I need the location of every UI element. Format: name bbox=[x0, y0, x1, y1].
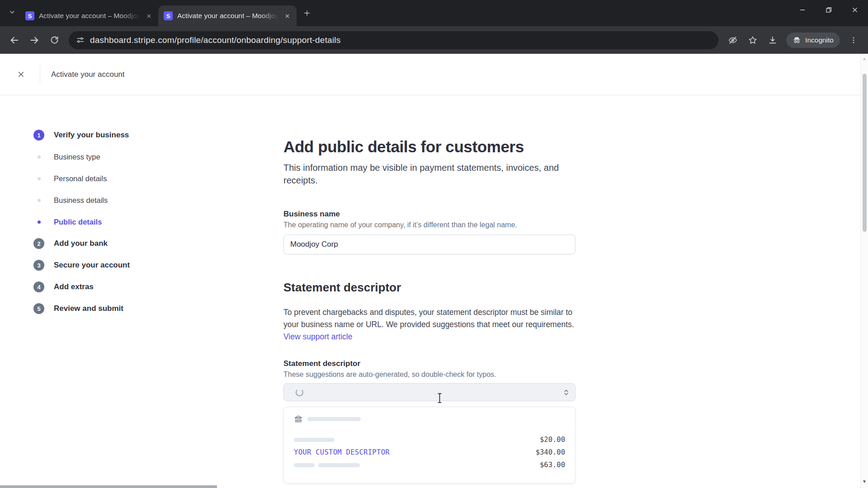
statement-descriptor-select[interactable] bbox=[283, 383, 576, 401]
step-5-badge: 5 bbox=[33, 303, 44, 314]
page-scrollbar[interactable]: ▲ ▼ bbox=[860, 54, 868, 488]
incognito-badge: Incognito bbox=[786, 33, 840, 48]
tab-search-button[interactable] bbox=[5, 5, 20, 21]
placeholder-bar bbox=[307, 417, 361, 421]
step-add-your-bank[interactable]: 2 Add your bank bbox=[33, 233, 130, 254]
window-controls bbox=[789, 0, 868, 20]
page-title: Add public details for customers bbox=[283, 138, 576, 156]
video-progress-bar bbox=[0, 485, 217, 488]
new-tab-button[interactable] bbox=[299, 5, 315, 21]
browser-tab-2[interactable]: S Activate your account – Moodjoy bbox=[158, 5, 297, 26]
main-content: Add public details for customers This in… bbox=[283, 138, 576, 483]
substep-dot-active bbox=[38, 221, 41, 224]
substep-label: Public details bbox=[54, 218, 102, 226]
onboarding-header: Activate your account bbox=[0, 54, 868, 95]
step-label: Add your bank bbox=[54, 239, 108, 248]
restore-icon bbox=[826, 7, 832, 13]
unfold-chevrons-icon bbox=[563, 389, 570, 396]
incognito-icon bbox=[793, 36, 801, 44]
statement-descriptor-field: Statement descriptor These suggestions a… bbox=[283, 359, 576, 401]
tab-title: Activate your account – Moodjoy bbox=[39, 12, 140, 20]
browser-tab-1[interactable]: S Activate your account – Moodjoy bbox=[20, 5, 158, 26]
browser-tabstrip: S Activate your account – Moodjoy S Acti… bbox=[0, 0, 868, 26]
minimize-button[interactable] bbox=[789, 0, 816, 20]
maximize-button[interactable] bbox=[816, 0, 842, 20]
statement-amount: $63.00 bbox=[540, 461, 565, 469]
statement-preview-card: $20.00 YOUR CUSTOM DESCRIPTOR $340.00 $6… bbox=[283, 407, 576, 483]
step-secure-your-account[interactable]: 3 Secure your account bbox=[33, 254, 130, 276]
statement-row-custom: YOUR CUSTOM DESCRIPTOR $340.00 bbox=[294, 446, 565, 459]
minimize-icon bbox=[799, 7, 806, 13]
bank-icon bbox=[294, 414, 303, 423]
substep-label: Business type bbox=[54, 153, 100, 161]
reload-button[interactable] bbox=[45, 31, 63, 49]
scroll-down-icon[interactable]: ▼ bbox=[861, 479, 868, 484]
substep-personal-details[interactable]: Personal details bbox=[33, 168, 130, 189]
view-support-article-link[interactable]: View support article bbox=[283, 332, 352, 341]
statement-amount: $20.00 bbox=[540, 436, 565, 444]
business-name-input[interactable] bbox=[283, 235, 576, 254]
loading-spinner-icon bbox=[296, 389, 303, 396]
step-3-badge: 3 bbox=[33, 260, 44, 271]
visibility-off-button[interactable] bbox=[724, 31, 742, 49]
chevron-down-icon bbox=[9, 9, 16, 18]
step-1-badge: 1 bbox=[33, 130, 44, 141]
close-icon bbox=[852, 7, 858, 13]
stripe-onboarding-page: Activate your account 1 Verify your busi… bbox=[0, 54, 868, 488]
address-bar[interactable]: dashboard.stripe.com/profile/account/onb… bbox=[69, 31, 718, 49]
statement-descriptor-description: To prevent chargebacks and disputes, you… bbox=[283, 306, 576, 343]
substep-label: Business details bbox=[54, 196, 108, 205]
bookmark-button[interactable] bbox=[744, 31, 762, 49]
substep-public-details[interactable]: Public details bbox=[33, 211, 130, 233]
substep-business-type[interactable]: Business type bbox=[33, 146, 130, 168]
reload-icon bbox=[50, 35, 59, 45]
bank-statement-header bbox=[294, 414, 565, 423]
step-label: Review and submit bbox=[54, 304, 123, 313]
tab-close-icon[interactable] bbox=[283, 12, 291, 20]
close-window-button[interactable] bbox=[842, 0, 868, 20]
step-label: Verify your business bbox=[54, 131, 129, 140]
substep-dot bbox=[38, 155, 41, 159]
browser-toolbar: dashboard.stripe.com/profile/account/onb… bbox=[0, 26, 868, 54]
close-onboarding-button[interactable] bbox=[13, 66, 29, 83]
step-verify-your-business[interactable]: 1 Verify your business bbox=[33, 124, 130, 146]
business-name-label: Business name bbox=[283, 210, 576, 219]
step-4-badge: 4 bbox=[33, 282, 44, 292]
placeholder-bars bbox=[294, 463, 360, 467]
step-2-badge: 2 bbox=[33, 238, 44, 249]
kebab-menu-icon bbox=[849, 36, 858, 44]
downloads-button[interactable] bbox=[764, 31, 782, 49]
forward-arrow-icon bbox=[29, 35, 39, 45]
placeholder-bar bbox=[294, 438, 335, 442]
custom-descriptor-text: YOUR CUSTOM DESCRIPTOR bbox=[294, 448, 390, 456]
forward-button[interactable] bbox=[25, 31, 43, 49]
step-add-extras[interactable]: 4 Add extras bbox=[33, 276, 130, 298]
substep-business-details[interactable]: Business details bbox=[33, 189, 130, 211]
eye-off-icon bbox=[728, 35, 738, 45]
site-settings-icon[interactable] bbox=[76, 36, 85, 44]
statement-row: $20.00 bbox=[294, 433, 565, 446]
step-review-and-submit[interactable]: 5 Review and submit bbox=[33, 298, 130, 319]
business-name-hint: The operating name of your company, if i… bbox=[283, 221, 576, 229]
browser-menu-button[interactable] bbox=[844, 31, 863, 49]
statement-row: $63.00 bbox=[294, 459, 565, 471]
statement-amount: $340.00 bbox=[536, 448, 565, 456]
screen: S Activate your account – Moodjoy S Acti… bbox=[0, 0, 868, 488]
back-arrow-icon bbox=[9, 35, 19, 45]
scroll-up-icon[interactable]: ▲ bbox=[861, 56, 868, 61]
statement-descriptor-label: Statement descriptor bbox=[283, 359, 576, 368]
statement-descriptor-heading: Statement descriptor bbox=[283, 281, 576, 295]
scrollbar-thumb[interactable] bbox=[863, 74, 867, 232]
step-label: Add extras bbox=[54, 282, 94, 291]
tab-close-icon[interactable] bbox=[145, 12, 153, 20]
statement-descriptor-hint: These suggestions are auto-generated, so… bbox=[283, 371, 576, 379]
close-icon bbox=[17, 70, 25, 79]
stripe-favicon: S bbox=[25, 11, 34, 20]
business-name-field: Business name The operating name of your… bbox=[283, 210, 576, 254]
back-button[interactable] bbox=[5, 31, 24, 49]
download-icon bbox=[768, 35, 778, 45]
page-subtitle: This information may be visible in payme… bbox=[283, 161, 576, 187]
plus-icon bbox=[303, 9, 311, 17]
incognito-label: Incognito bbox=[805, 36, 834, 44]
step-label: Secure your account bbox=[54, 261, 130, 270]
